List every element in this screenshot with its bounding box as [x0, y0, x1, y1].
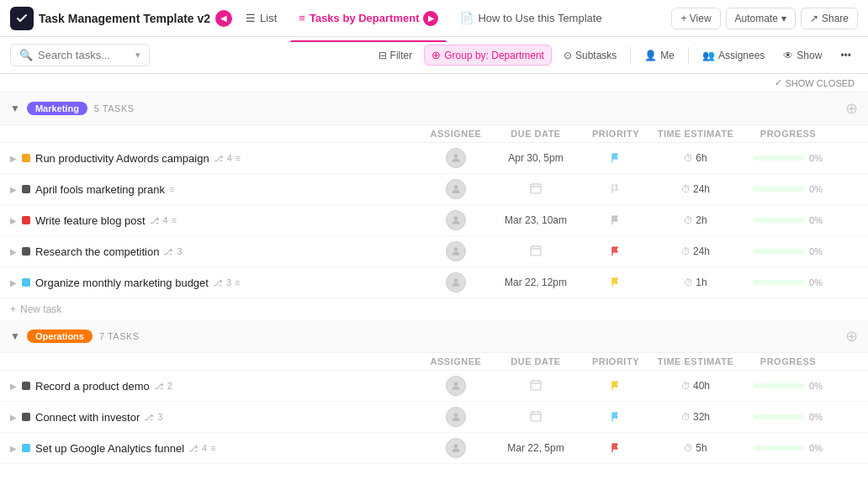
- task-meta: ⎇4≡: [214, 153, 241, 163]
- group-by-button[interactable]: ⊕ Group by: Department: [424, 45, 552, 66]
- search-box[interactable]: 🔍 ▾: [10, 44, 150, 66]
- task-priority: [582, 183, 649, 195]
- task-expand-1-0[interactable]: ▶: [10, 382, 22, 391]
- task-expand-0-1[interactable]: ▶: [10, 185, 22, 194]
- subtasks-button[interactable]: ⊙ Subtasks: [557, 46, 623, 65]
- search-icon: 🔍: [19, 49, 33, 61]
- top-nav: Task Management Template v2 ◀ ☰ List ≡ T…: [0, 0, 868, 37]
- task-meta: ⎇3: [163, 246, 182, 256]
- progress-pct: 0%: [809, 184, 823, 194]
- task-expand-0-3[interactable]: ▶: [10, 247, 22, 256]
- progress-pct: 0%: [809, 277, 823, 287]
- task-name[interactable]: Run productivity Adwords campaign: [35, 152, 209, 165]
- filter-icon: ⊟: [378, 50, 387, 61]
- avatar[interactable]: [446, 210, 466, 230]
- task-duedate: [490, 410, 582, 424]
- avatar[interactable]: [446, 438, 466, 458]
- task-row: ▶ Record a product demo ⎇2 ⏱ 40h 0%: [0, 371, 868, 402]
- group-badge-marketing: Marketing: [27, 102, 87, 115]
- share-button[interactable]: ↗ Share: [801, 8, 858, 29]
- subtasks-icon: ⊙: [564, 50, 572, 61]
- me-button[interactable]: 👤 Me: [638, 46, 681, 65]
- nav-actions: + View Automate ▾ ↗ Share: [671, 8, 858, 29]
- new-task-row-marketing[interactable]: +New task: [0, 298, 868, 320]
- toolbar-right: ⊟ Filter ⊕ Group by: Department ⊙ Subtas…: [372, 45, 858, 66]
- task-name-cell: Record a product demo ⎇2: [35, 380, 422, 393]
- task-name[interactable]: April fools marketing prank: [35, 183, 165, 196]
- progress-pct: 0%: [809, 381, 823, 391]
- task-expand-1-1[interactable]: ▶: [10, 413, 22, 422]
- time-value: 24h: [693, 183, 710, 195]
- task-assignee: [422, 407, 490, 427]
- assignees-button[interactable]: 👥 Assignees: [696, 46, 771, 65]
- task-name-cell: April fools marketing prank ≡: [35, 183, 422, 196]
- automate-button[interactable]: Automate ▾: [726, 8, 796, 29]
- avatar[interactable]: [446, 148, 466, 168]
- task-name[interactable]: Write feature blog post: [35, 214, 146, 227]
- task-progress: 0%: [742, 184, 834, 194]
- avatar[interactable]: [446, 376, 466, 396]
- svg-point-8: [454, 382, 458, 386]
- task-name[interactable]: Research the competition: [35, 245, 159, 258]
- task-expand-0-0[interactable]: ▶: [10, 154, 22, 163]
- show-icon: 👁: [783, 50, 793, 61]
- tasks-dept-arrow[interactable]: ▶: [423, 11, 438, 26]
- search-input[interactable]: [38, 49, 130, 61]
- task-progress: 0%: [742, 215, 834, 225]
- view-button[interactable]: + View: [671, 8, 720, 29]
- share-icon: ↗: [810, 13, 818, 24]
- task-name[interactable]: Record a product demo: [35, 380, 150, 393]
- task-name-cell: Run productivity Adwords campaign ⎇4≡: [35, 152, 422, 165]
- progress-pct: 0%: [809, 153, 823, 163]
- new-task-label: New task: [20, 303, 61, 315]
- task-color-dot: [22, 247, 30, 256]
- col-duedate-label: DUE DATE: [490, 129, 582, 139]
- task-priority: [582, 152, 649, 164]
- task-expand-0-4[interactable]: ▶: [10, 278, 22, 287]
- progress-pct: 0%: [809, 443, 823, 453]
- task-name[interactable]: Connect with investor: [35, 411, 140, 424]
- progress-pct: 0%: [809, 412, 823, 422]
- list-icon: ☰: [246, 12, 256, 24]
- nav-back-arrow[interactable]: ◀: [215, 10, 232, 27]
- timer-icon: ⏱: [684, 215, 693, 225]
- task-color-dot: [22, 154, 30, 162]
- svg-rect-9: [531, 381, 541, 390]
- show-closed-button[interactable]: ✓ SHOW CLOSED: [775, 77, 855, 88]
- toolbar: 🔍 ▾ ⊟ Filter ⊕ Group by: Department ⊙ Su…: [0, 37, 868, 74]
- group-chevron-operations[interactable]: ▼: [10, 330, 20, 342]
- col-time-label: TIME ESTIMATE: [649, 356, 742, 366]
- task-row: ▶ Run productivity Adwords campaign ⎇4≡ …: [0, 143, 868, 174]
- task-name[interactable]: Set up Google Analytics funnel: [35, 442, 184, 455]
- task-priority: [582, 245, 649, 257]
- tab-how-to-use[interactable]: 📄 How to Use this Template: [452, 7, 610, 29]
- task-progress: 0%: [742, 381, 834, 391]
- avatar[interactable]: [446, 407, 466, 427]
- avatar[interactable]: [446, 241, 466, 261]
- task-duedate: Mar 22, 5pm: [490, 442, 582, 454]
- subtask-icon: ⎇: [150, 216, 160, 225]
- app-icon: [10, 7, 34, 30]
- group-chevron-marketing[interactable]: ▼: [10, 103, 20, 114]
- task-name[interactable]: Organize monthly marketing budget: [35, 277, 209, 289]
- task-row: ▶ Write feature blog post ⎇4≡ Mar 23, 10…: [0, 205, 868, 236]
- avatar[interactable]: [446, 272, 466, 293]
- tab-list[interactable]: ☰ List: [237, 7, 285, 29]
- group-add-icon-operations[interactable]: ⊕: [845, 327, 858, 345]
- show-button[interactable]: 👁 Show: [776, 46, 828, 65]
- avatar[interactable]: [446, 179, 466, 199]
- progress-bar-wrap: [754, 187, 804, 192]
- task-meta: ⎇4≡: [150, 215, 177, 225]
- tab-tasks-by-department[interactable]: ≡ Tasks by Department ▶: [290, 6, 447, 31]
- tasks-dept-icon: ≡: [299, 12, 305, 24]
- task-row: ▶ Organize monthly marketing budget ⎇3≡ …: [0, 267, 868, 298]
- filter-button[interactable]: ⊟ Filter: [372, 46, 420, 65]
- desc-icon: ≡: [169, 184, 174, 194]
- task-expand-0-2[interactable]: ▶: [10, 216, 22, 225]
- group-add-icon-marketing[interactable]: ⊕: [845, 99, 858, 118]
- more-button[interactable]: •••: [834, 46, 858, 65]
- task-row: ▶ Research the competition ⎇3 ⏱ 24h 0%: [0, 236, 868, 267]
- task-expand-1-2[interactable]: ▶: [10, 444, 22, 453]
- task-time: ⏱ 32h: [649, 411, 742, 423]
- group-badge-operations: Operations: [27, 329, 93, 343]
